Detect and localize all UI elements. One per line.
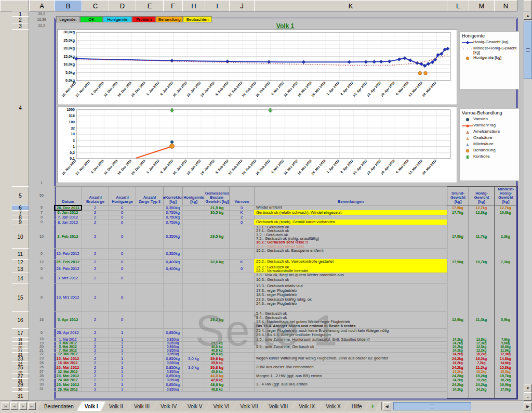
cell-i14[interactable] xyxy=(205,273,230,284)
cell-j14[interactable] xyxy=(229,273,255,284)
tab-splitter[interactable] xyxy=(381,402,382,410)
cell-j16[interactable] xyxy=(229,311,255,329)
horizontal-scrollbar[interactable]: ◀▶ xyxy=(383,402,532,411)
cell-e15[interactable] xyxy=(136,283,164,312)
vscroll-thumb[interactable] xyxy=(524,21,532,79)
cell-e14[interactable] xyxy=(136,273,164,284)
row-header-2[interactable]: 2 xyxy=(11,16,29,23)
hscroll-left-button[interactable]: ◀ xyxy=(383,402,391,410)
bemerkung-cell-r11[interactable]: 15.2.: Geräusch ok, Bausperre entfernt xyxy=(254,248,447,260)
tab-nav-first-button[interactable]: |◀ xyxy=(2,402,9,410)
cell-f11[interactable]: 0,350kg xyxy=(163,248,183,260)
date-cell-r16[interactable]: 5. Apr 2012 xyxy=(54,311,82,329)
cell-c30[interactable]: 2 xyxy=(82,387,109,392)
date-cell-r10[interactable]: 3. Feb 2012 xyxy=(54,225,82,249)
cell-j30[interactable] xyxy=(229,387,255,392)
date-cell-r11[interactable]: 15. Feb 2012 xyxy=(54,248,82,260)
hscroll-thumb[interactable] xyxy=(393,402,471,410)
sheet-tab-volk-vi[interactable]: Volk VI xyxy=(206,402,236,411)
row-header-31[interactable]: 31 xyxy=(11,391,29,401)
column-header-k[interactable]: K xyxy=(254,0,447,11)
sheet-tab-volk-vii[interactable]: Volk VII xyxy=(233,402,265,411)
row-header-15[interactable]: 15 xyxy=(11,283,29,312)
row-header-13[interactable]: 13 xyxy=(11,265,29,273)
sheet-tab-volk-ix[interactable]: Volk IX xyxy=(291,402,322,411)
bemerkung-cell-r30[interactable] xyxy=(254,387,447,392)
sheet-tab-volk-v[interactable]: Volk V xyxy=(180,402,209,411)
cell-i17[interactable] xyxy=(205,328,230,338)
column-header-f[interactable]: F xyxy=(163,0,183,11)
tab-nav-prev-button[interactable]: ◀ xyxy=(10,402,18,410)
column-header-m[interactable]: M xyxy=(469,0,495,11)
cell-j17[interactable] xyxy=(229,328,255,338)
varroa-chart[interactable]: 10003161003210310,30,120. Nov 201127. No… xyxy=(57,107,457,183)
cell-c11[interactable]: 2 xyxy=(82,248,109,260)
scroll-up-button[interactable]: ▲ xyxy=(524,11,532,20)
row-header-16[interactable]: 16 xyxy=(11,311,29,329)
cell-j11[interactable] xyxy=(229,248,255,260)
sheet-tab-volk-iv[interactable]: Volk IV xyxy=(153,402,184,411)
date-cell-r17[interactable]: 25. Apr 2012 xyxy=(54,328,82,338)
cell-f10[interactable]: 0,350kg xyxy=(163,225,183,249)
column-header-d[interactable]: D xyxy=(109,0,136,11)
cell-i11[interactable] xyxy=(205,248,230,260)
column-header-n[interactable]: N xyxy=(494,0,517,11)
cell-e10[interactable] xyxy=(136,225,164,249)
vscroll-extra-button[interactable]: ⌄ xyxy=(524,392,532,401)
sheet-tab-volk-viii[interactable]: Volk VIII xyxy=(261,402,295,411)
cell-i10[interactable]: 29,5 kg xyxy=(205,225,230,249)
cell-c10[interactable]: 2 xyxy=(82,225,109,249)
cell-h17[interactable] xyxy=(182,328,205,338)
column-header-a[interactable]: A xyxy=(29,0,55,11)
cell-h30[interactable] xyxy=(182,387,205,392)
cell-d16[interactable]: 0 xyxy=(109,311,136,329)
bemerkung-cell-r16[interactable]: 5.4.: Geräusch ok8.4.: Geräusch ok13.4.:… xyxy=(254,311,447,329)
cell-j15[interactable] xyxy=(229,283,255,312)
row-header-17[interactable]: 17 xyxy=(11,328,29,338)
cell-d17[interactable]: 1 xyxy=(109,328,136,338)
row-header-14[interactable]: 14 xyxy=(11,273,29,284)
sheet-tab-beutendaten[interactable]: Beutendaten xyxy=(37,402,81,411)
sheet-tab-volk-i[interactable]: Volk I xyxy=(77,402,105,411)
cell-f17[interactable]: 0,850kg xyxy=(163,328,183,338)
row-header-4[interactable]: 4 xyxy=(11,29,29,187)
cell-c17[interactable]: 2 xyxy=(82,328,109,338)
cell-i16[interactable]: 29,2 kg xyxy=(205,311,230,329)
row-header-11[interactable]: 11 xyxy=(11,248,29,260)
sheet-area[interactable]: 20,216,3920,2150670010012000160181920212… xyxy=(29,11,524,401)
cell-d13[interactable]: 0 xyxy=(109,265,136,273)
cell-c13[interactable]: 2 xyxy=(82,265,109,273)
row-header-5[interactable]: 5 xyxy=(11,186,29,205)
tab-nav-next-button[interactable]: ▶ xyxy=(19,402,27,410)
sheet-corner[interactable] xyxy=(0,0,29,11)
cell-e13[interactable] xyxy=(136,265,164,273)
tab-nav-last-button[interactable]: ▶| xyxy=(28,402,36,410)
cell-d30[interactable]: 1 xyxy=(109,387,136,392)
cell-i15[interactable] xyxy=(205,283,230,312)
cell-h14[interactable] xyxy=(182,273,205,284)
cell-f15[interactable] xyxy=(163,283,183,312)
cell-f14[interactable] xyxy=(163,273,183,284)
sheet-tab-volk-ii[interactable]: Volk II xyxy=(102,402,130,411)
cell-h15[interactable] xyxy=(182,283,205,312)
column-header-i[interactable]: I xyxy=(205,0,230,11)
cell-f30[interactable]: 0,850kg xyxy=(163,387,183,392)
cell-h16[interactable] xyxy=(182,311,205,329)
cell-e30[interactable] xyxy=(136,387,164,392)
cell-e17[interactable] xyxy=(136,328,164,338)
cell-d11[interactable]: 0 xyxy=(109,248,136,260)
date-cell-r30[interactable]: 26. Mai 2012 xyxy=(54,387,82,392)
cell-j13[interactable]: 0 xyxy=(229,265,255,273)
cell-c16[interactable]: 2 xyxy=(82,311,109,329)
sheet-tab-hilfe[interactable]: Hilfe xyxy=(344,402,369,411)
sheet-tab-volk-x[interactable]: Volk X xyxy=(318,402,348,411)
cell-c14[interactable]: 2 xyxy=(82,273,109,284)
column-header-j[interactable]: J xyxy=(229,0,255,11)
bemerkung-cell-r17[interactable]: 25.4.: reger Flugbetrieb, noch keine Erw… xyxy=(254,328,447,338)
column-header-l[interactable]: L xyxy=(447,0,469,11)
sheet-tab-volk-iii[interactable]: Volk III xyxy=(127,402,157,411)
column-header-c[interactable]: C xyxy=(82,0,109,11)
cell-e11[interactable] xyxy=(136,248,164,260)
bemerkung-cell-r10[interactable]: 13.1.: Geräusch ok27.1.: Geräusch ok3.2.… xyxy=(254,225,447,249)
honey-chart[interactable]: 30,0kg25,0kg20,0kg15,0kg10,0kg5,0kg0,0kg… xyxy=(57,29,457,105)
